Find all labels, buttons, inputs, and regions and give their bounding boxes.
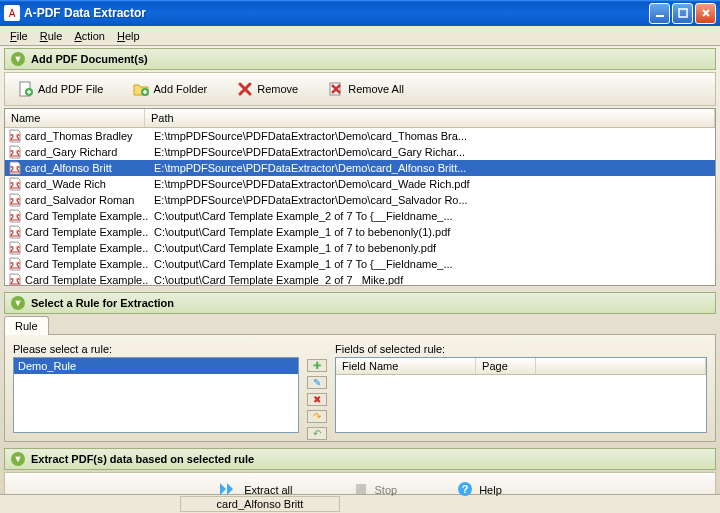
pdf-icon bbox=[8, 161, 22, 175]
file-name: card_Gary Richard bbox=[25, 146, 148, 158]
file-path: E:\tmpPDFSource\PDFDataExtractor\Demo\ca… bbox=[148, 194, 715, 206]
rule-item[interactable]: Demo_Rule bbox=[14, 358, 298, 374]
stop-icon bbox=[353, 481, 369, 499]
section-title: Add PDF Document(s) bbox=[31, 53, 148, 65]
section-extract: ▼ Extract PDF(s) data based on selected … bbox=[4, 448, 716, 470]
rule-select-label: Please select a rule: bbox=[13, 343, 299, 355]
maximize-button[interactable] bbox=[672, 3, 693, 24]
section-select-rule: ▼ Select a Rule for Extraction bbox=[4, 292, 716, 314]
file-name: Card Template Example... bbox=[25, 210, 148, 222]
menu-action[interactable]: Action bbox=[68, 28, 111, 44]
file-name: Card Template Example... bbox=[25, 226, 148, 238]
table-row[interactable]: card_Wade RichE:\tmpPDFSource\PDFDataExt… bbox=[5, 176, 715, 192]
pdf-icon bbox=[8, 273, 22, 286]
rule-export-button[interactable]: ↷ bbox=[307, 410, 327, 423]
minimize-button[interactable] bbox=[649, 3, 670, 24]
rule-import-button[interactable]: ↶ bbox=[307, 427, 327, 440]
help-icon: ? bbox=[457, 481, 473, 499]
menu-help[interactable]: Help bbox=[111, 28, 146, 44]
table-row[interactable]: Card Template Example...C:\output\Card T… bbox=[5, 240, 715, 256]
list-header: Name Path bbox=[5, 109, 715, 128]
rule-edit-button[interactable]: ✎ bbox=[307, 376, 327, 389]
table-row[interactable]: Card Template Example...C:\output\Card T… bbox=[5, 256, 715, 272]
file-name: card_Alfonso Britt bbox=[25, 162, 148, 174]
file-path: C:\output\Card Template Example_2 of 7 _… bbox=[148, 274, 715, 286]
file-path: E:\tmpPDFSource\PDFDataExtractor\Demo\ca… bbox=[148, 162, 715, 174]
svg-rect-1 bbox=[679, 9, 687, 17]
pdf-icon bbox=[8, 145, 22, 159]
close-button[interactable] bbox=[695, 3, 716, 24]
pdf-icon bbox=[8, 177, 22, 191]
table-row[interactable]: card_Gary RichardE:\tmpPDFSource\PDFData… bbox=[5, 144, 715, 160]
section-add-documents: ▼ Add PDF Document(s) bbox=[4, 48, 716, 70]
pdf-icon bbox=[8, 193, 22, 207]
svg-text:?: ? bbox=[462, 483, 469, 495]
remove-all-button[interactable]: Remove All bbox=[319, 77, 413, 101]
file-path: C:\output\Card Template Example_1 of 7 t… bbox=[148, 242, 715, 254]
pdf-icon bbox=[8, 225, 22, 239]
file-name: Card Template Example... bbox=[25, 274, 148, 286]
fields-label: Fields of selected rule: bbox=[335, 343, 707, 355]
file-name: card_Wade Rich bbox=[25, 178, 148, 190]
app-icon: A bbox=[4, 5, 20, 21]
file-list[interactable]: Name Path card_Thomas BradleyE:\tmpPDFSo… bbox=[4, 108, 716, 286]
table-row[interactable]: Card Template Example...C:\output\Card T… bbox=[5, 272, 715, 286]
file-path: E:\tmpPDFSource\PDFDataExtractor\Demo\ca… bbox=[148, 130, 715, 142]
rule-delete-button[interactable]: ✖ bbox=[307, 393, 327, 406]
svg-rect-0 bbox=[656, 15, 664, 17]
add-folder-icon bbox=[133, 81, 149, 97]
column-path[interactable]: Path bbox=[145, 109, 715, 127]
rule-add-button[interactable]: ✚ bbox=[307, 359, 327, 372]
column-name[interactable]: Name bbox=[5, 109, 145, 127]
remove-button[interactable]: Remove bbox=[228, 77, 307, 101]
pdf-icon bbox=[8, 209, 22, 223]
stop-button: Stop bbox=[343, 479, 408, 501]
arrow-down-icon: ▼ bbox=[11, 52, 25, 66]
table-row[interactable]: Card Template Example...C:\output\Card T… bbox=[5, 208, 715, 224]
arrow-down-icon: ▼ bbox=[11, 452, 25, 466]
pdf-icon bbox=[8, 257, 22, 271]
file-path: C:\output\Card Template Example_1 of 7 T… bbox=[148, 258, 715, 270]
rule-list[interactable]: Demo_Rule bbox=[13, 357, 299, 433]
arrow-down-icon: ▼ bbox=[11, 296, 25, 310]
table-row[interactable]: card_Thomas BradleyE:\tmpPDFSource\PDFDa… bbox=[5, 128, 715, 144]
remove-icon bbox=[237, 81, 253, 97]
field-column-name[interactable]: Field Name bbox=[336, 358, 476, 374]
menubar: File Rule Action Help bbox=[0, 26, 720, 46]
file-path: C:\output\Card Template Example_1 of 7 t… bbox=[148, 226, 715, 238]
section-title: Select a Rule for Extraction bbox=[31, 297, 174, 309]
remove-all-icon bbox=[328, 81, 344, 97]
table-row[interactable]: card_Alfonso BrittE:\tmpPDFSource\PDFDat… bbox=[5, 160, 715, 176]
svg-rect-6 bbox=[356, 484, 366, 494]
fields-table[interactable]: Field Name Page bbox=[335, 357, 707, 433]
file-name: card_Salvador Roman bbox=[25, 194, 148, 206]
pdf-icon bbox=[8, 129, 22, 143]
menu-rule[interactable]: Rule bbox=[34, 28, 69, 44]
file-path: C:\output\Card Template Example_2 of 7 T… bbox=[148, 210, 715, 222]
section-title: Extract PDF(s) data based on selected ru… bbox=[31, 453, 254, 465]
menu-file[interactable]: File bbox=[4, 28, 34, 44]
toolbar: Add PDF File Add Folder Remove Remove Al… bbox=[4, 72, 716, 106]
file-path: E:\tmpPDFSource\PDFDataExtractor\Demo\ca… bbox=[148, 146, 715, 158]
add-pdf-file-button[interactable]: Add PDF File bbox=[9, 77, 112, 101]
table-row[interactable]: card_Salvador RomanE:\tmpPDFSource\PDFDa… bbox=[5, 192, 715, 208]
rule-panel: Please select a rule: Demo_Rule ✚ ✎ ✖ ↷ … bbox=[4, 334, 716, 442]
file-name: Card Template Example... bbox=[25, 258, 148, 270]
help-button[interactable]: ? Help bbox=[447, 479, 512, 501]
file-name: Card Template Example... bbox=[25, 242, 148, 254]
file-name: card_Thomas Bradley bbox=[25, 130, 148, 142]
add-folder-button[interactable]: Add Folder bbox=[124, 77, 216, 101]
table-row[interactable]: Card Template Example...C:\output\Card T… bbox=[5, 224, 715, 240]
pdf-icon bbox=[8, 241, 22, 255]
titlebar: A A-PDF Data Extractor bbox=[0, 0, 720, 26]
file-path: E:\tmpPDFSource\PDFDataExtractor\Demo\ca… bbox=[148, 178, 715, 190]
status-text: card_Alfonso Britt bbox=[180, 496, 340, 512]
window-title: A-PDF Data Extractor bbox=[24, 6, 649, 20]
add-file-icon bbox=[18, 81, 34, 97]
tab-rule[interactable]: Rule bbox=[4, 316, 49, 335]
field-column-page[interactable]: Page bbox=[476, 358, 536, 374]
